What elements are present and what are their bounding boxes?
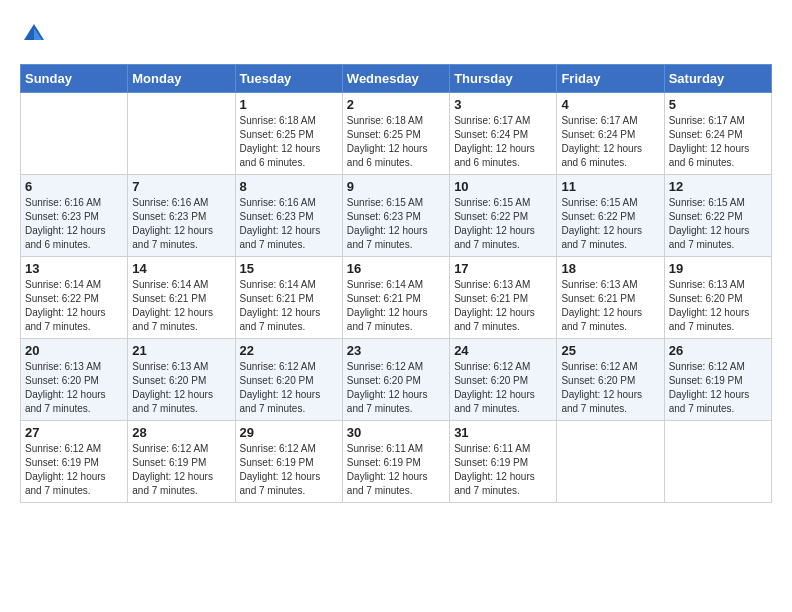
- logo: [20, 20, 52, 48]
- day-number: 31: [454, 425, 552, 440]
- calendar-body: 1Sunrise: 6:18 AM Sunset: 6:25 PM Daylig…: [21, 93, 772, 503]
- day-info: Sunrise: 6:14 AM Sunset: 6:21 PM Dayligh…: [240, 278, 338, 334]
- calendar-week-row: 27Sunrise: 6:12 AM Sunset: 6:19 PM Dayli…: [21, 421, 772, 503]
- day-number: 8: [240, 179, 338, 194]
- calendar-cell: 16Sunrise: 6:14 AM Sunset: 6:21 PM Dayli…: [342, 257, 449, 339]
- day-number: 6: [25, 179, 123, 194]
- calendar-week-row: 6Sunrise: 6:16 AM Sunset: 6:23 PM Daylig…: [21, 175, 772, 257]
- day-info: Sunrise: 6:13 AM Sunset: 6:21 PM Dayligh…: [561, 278, 659, 334]
- day-number: 1: [240, 97, 338, 112]
- calendar-header-row: SundayMondayTuesdayWednesdayThursdayFrid…: [21, 65, 772, 93]
- calendar-cell: 17Sunrise: 6:13 AM Sunset: 6:21 PM Dayli…: [450, 257, 557, 339]
- day-number: 3: [454, 97, 552, 112]
- day-number: 19: [669, 261, 767, 276]
- calendar-cell: 25Sunrise: 6:12 AM Sunset: 6:20 PM Dayli…: [557, 339, 664, 421]
- day-info: Sunrise: 6:12 AM Sunset: 6:19 PM Dayligh…: [25, 442, 123, 498]
- day-number: 27: [25, 425, 123, 440]
- day-info: Sunrise: 6:17 AM Sunset: 6:24 PM Dayligh…: [561, 114, 659, 170]
- day-number: 17: [454, 261, 552, 276]
- calendar-cell: 12Sunrise: 6:15 AM Sunset: 6:22 PM Dayli…: [664, 175, 771, 257]
- calendar-cell: [557, 421, 664, 503]
- day-header: Thursday: [450, 65, 557, 93]
- calendar-cell: 26Sunrise: 6:12 AM Sunset: 6:19 PM Dayli…: [664, 339, 771, 421]
- day-info: Sunrise: 6:16 AM Sunset: 6:23 PM Dayligh…: [25, 196, 123, 252]
- day-number: 28: [132, 425, 230, 440]
- day-info: Sunrise: 6:16 AM Sunset: 6:23 PM Dayligh…: [240, 196, 338, 252]
- calendar-cell: 6Sunrise: 6:16 AM Sunset: 6:23 PM Daylig…: [21, 175, 128, 257]
- day-info: Sunrise: 6:15 AM Sunset: 6:23 PM Dayligh…: [347, 196, 445, 252]
- calendar-cell: 20Sunrise: 6:13 AM Sunset: 6:20 PM Dayli…: [21, 339, 128, 421]
- day-info: Sunrise: 6:15 AM Sunset: 6:22 PM Dayligh…: [561, 196, 659, 252]
- day-header: Wednesday: [342, 65, 449, 93]
- day-number: 25: [561, 343, 659, 358]
- day-number: 14: [132, 261, 230, 276]
- calendar-cell: [664, 421, 771, 503]
- day-info: Sunrise: 6:12 AM Sunset: 6:20 PM Dayligh…: [240, 360, 338, 416]
- calendar-cell: 21Sunrise: 6:13 AM Sunset: 6:20 PM Dayli…: [128, 339, 235, 421]
- calendar-cell: 15Sunrise: 6:14 AM Sunset: 6:21 PM Dayli…: [235, 257, 342, 339]
- day-info: Sunrise: 6:13 AM Sunset: 6:21 PM Dayligh…: [454, 278, 552, 334]
- calendar-cell: 8Sunrise: 6:16 AM Sunset: 6:23 PM Daylig…: [235, 175, 342, 257]
- day-number: 18: [561, 261, 659, 276]
- day-number: 22: [240, 343, 338, 358]
- calendar-table: SundayMondayTuesdayWednesdayThursdayFrid…: [20, 64, 772, 503]
- calendar-cell: 28Sunrise: 6:12 AM Sunset: 6:19 PM Dayli…: [128, 421, 235, 503]
- calendar-week-row: 1Sunrise: 6:18 AM Sunset: 6:25 PM Daylig…: [21, 93, 772, 175]
- calendar-cell: 19Sunrise: 6:13 AM Sunset: 6:20 PM Dayli…: [664, 257, 771, 339]
- day-info: Sunrise: 6:11 AM Sunset: 6:19 PM Dayligh…: [454, 442, 552, 498]
- day-header: Tuesday: [235, 65, 342, 93]
- day-number: 7: [132, 179, 230, 194]
- calendar-cell: [21, 93, 128, 175]
- day-info: Sunrise: 6:12 AM Sunset: 6:19 PM Dayligh…: [132, 442, 230, 498]
- calendar-cell: 14Sunrise: 6:14 AM Sunset: 6:21 PM Dayli…: [128, 257, 235, 339]
- day-number: 11: [561, 179, 659, 194]
- day-number: 2: [347, 97, 445, 112]
- calendar-cell: 29Sunrise: 6:12 AM Sunset: 6:19 PM Dayli…: [235, 421, 342, 503]
- calendar-week-row: 13Sunrise: 6:14 AM Sunset: 6:22 PM Dayli…: [21, 257, 772, 339]
- day-number: 5: [669, 97, 767, 112]
- calendar-cell: 4Sunrise: 6:17 AM Sunset: 6:24 PM Daylig…: [557, 93, 664, 175]
- calendar-cell: 22Sunrise: 6:12 AM Sunset: 6:20 PM Dayli…: [235, 339, 342, 421]
- day-info: Sunrise: 6:13 AM Sunset: 6:20 PM Dayligh…: [25, 360, 123, 416]
- day-number: 29: [240, 425, 338, 440]
- day-info: Sunrise: 6:15 AM Sunset: 6:22 PM Dayligh…: [454, 196, 552, 252]
- day-number: 9: [347, 179, 445, 194]
- day-info: Sunrise: 6:12 AM Sunset: 6:20 PM Dayligh…: [454, 360, 552, 416]
- day-info: Sunrise: 6:13 AM Sunset: 6:20 PM Dayligh…: [669, 278, 767, 334]
- calendar-week-row: 20Sunrise: 6:13 AM Sunset: 6:20 PM Dayli…: [21, 339, 772, 421]
- day-number: 20: [25, 343, 123, 358]
- day-info: Sunrise: 6:17 AM Sunset: 6:24 PM Dayligh…: [669, 114, 767, 170]
- day-header: Saturday: [664, 65, 771, 93]
- calendar-cell: 2Sunrise: 6:18 AM Sunset: 6:25 PM Daylig…: [342, 93, 449, 175]
- calendar-cell: 31Sunrise: 6:11 AM Sunset: 6:19 PM Dayli…: [450, 421, 557, 503]
- calendar-cell: [128, 93, 235, 175]
- day-number: 12: [669, 179, 767, 194]
- day-info: Sunrise: 6:16 AM Sunset: 6:23 PM Dayligh…: [132, 196, 230, 252]
- day-number: 23: [347, 343, 445, 358]
- day-info: Sunrise: 6:11 AM Sunset: 6:19 PM Dayligh…: [347, 442, 445, 498]
- calendar-cell: 10Sunrise: 6:15 AM Sunset: 6:22 PM Dayli…: [450, 175, 557, 257]
- day-info: Sunrise: 6:15 AM Sunset: 6:22 PM Dayligh…: [669, 196, 767, 252]
- calendar-cell: 23Sunrise: 6:12 AM Sunset: 6:20 PM Dayli…: [342, 339, 449, 421]
- calendar-cell: 18Sunrise: 6:13 AM Sunset: 6:21 PM Dayli…: [557, 257, 664, 339]
- day-number: 30: [347, 425, 445, 440]
- day-number: 26: [669, 343, 767, 358]
- day-info: Sunrise: 6:14 AM Sunset: 6:21 PM Dayligh…: [132, 278, 230, 334]
- calendar-cell: 27Sunrise: 6:12 AM Sunset: 6:19 PM Dayli…: [21, 421, 128, 503]
- day-number: 10: [454, 179, 552, 194]
- day-info: Sunrise: 6:13 AM Sunset: 6:20 PM Dayligh…: [132, 360, 230, 416]
- day-info: Sunrise: 6:12 AM Sunset: 6:20 PM Dayligh…: [347, 360, 445, 416]
- day-number: 13: [25, 261, 123, 276]
- day-header: Monday: [128, 65, 235, 93]
- day-info: Sunrise: 6:18 AM Sunset: 6:25 PM Dayligh…: [347, 114, 445, 170]
- day-info: Sunrise: 6:18 AM Sunset: 6:25 PM Dayligh…: [240, 114, 338, 170]
- page-header: [20, 20, 772, 48]
- calendar-cell: 11Sunrise: 6:15 AM Sunset: 6:22 PM Dayli…: [557, 175, 664, 257]
- day-info: Sunrise: 6:17 AM Sunset: 6:24 PM Dayligh…: [454, 114, 552, 170]
- day-number: 24: [454, 343, 552, 358]
- day-info: Sunrise: 6:12 AM Sunset: 6:19 PM Dayligh…: [669, 360, 767, 416]
- calendar-cell: 1Sunrise: 6:18 AM Sunset: 6:25 PM Daylig…: [235, 93, 342, 175]
- calendar-cell: 24Sunrise: 6:12 AM Sunset: 6:20 PM Dayli…: [450, 339, 557, 421]
- day-number: 4: [561, 97, 659, 112]
- day-number: 16: [347, 261, 445, 276]
